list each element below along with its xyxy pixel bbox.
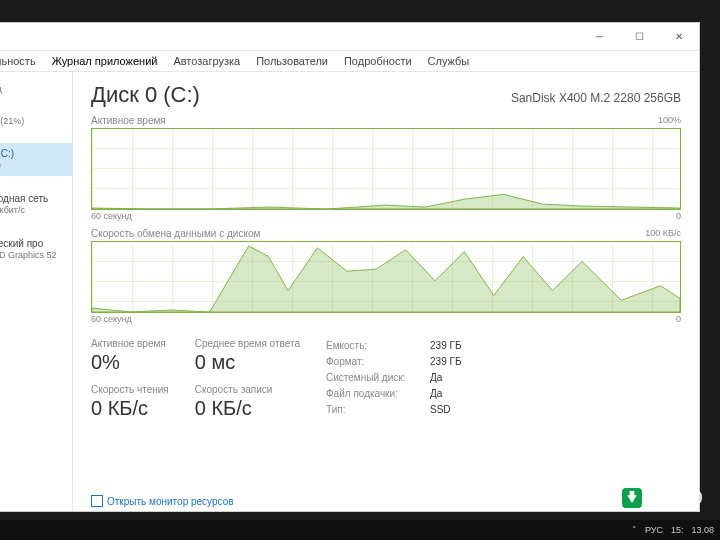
stat-write-label: Скорость записи [195, 384, 300, 395]
info-type: Тип: SSD [326, 402, 461, 418]
stat-read: Скорость чтения 0 КБ/с [91, 384, 169, 420]
stats-row: Активное время 0% Скорость чтения 0 КБ/с… [91, 338, 681, 420]
sidebar: ГГц ГБ (21%) 0 (C:) С:) оводная сеть : 0… [0, 72, 73, 511]
info-capacity: Емкость: 239 ГБ [326, 338, 461, 354]
stat-col-1: Активное время 0% Скорость чтения 0 КБ/с [91, 338, 169, 420]
maximize-button[interactable]: ☐ [619, 23, 659, 51]
transfer-rate-chart [91, 241, 681, 313]
info-system: Системный диск: Да [326, 370, 461, 386]
tray-time[interactable]: 15: [671, 525, 684, 535]
sidebar-item-gpu[interactable]: ический про ) HD Graphics 52 [0, 233, 72, 266]
stat-write-value: 0 КБ/с [195, 397, 300, 420]
open-resource-monitor-link[interactable]: Открыть монитор ресурсов [91, 489, 681, 507]
active-time-graph-box: Активное время 100% 60 секунд 0 [91, 114, 681, 221]
system-tray[interactable]: ˄ РУС 15: 13.08 [632, 525, 714, 535]
stat-read-value: 0 КБ/с [91, 397, 169, 420]
avito-watermark: Avito [622, 482, 704, 510]
stat-active-value: 0% [91, 351, 169, 374]
info-pagefile: Файл подкачки: Да [326, 386, 461, 402]
stat-active: Активное время 0% [91, 338, 169, 374]
sidebar-item-cpu[interactable]: ГГц [0, 80, 72, 100]
tray-chevron-icon[interactable]: ˄ [632, 525, 637, 535]
task-manager-window: ─ ☐ ✕ льность Журнал приложений Автозагр… [0, 22, 700, 512]
resource-monitor-label: Открыть монитор ресурсов [107, 496, 234, 507]
info-capacity-k: Емкость: [326, 338, 416, 354]
minimize-button[interactable]: ─ [579, 23, 619, 51]
info-pagefile-v: Да [430, 386, 442, 402]
graph2-xlabel: 60 секунд [91, 314, 132, 324]
info-system-k: Системный диск: [326, 370, 416, 386]
sidebar-net-sub: : 0 кбит/с [0, 205, 66, 217]
tab-startup[interactable]: Автозагрузка [165, 51, 248, 71]
info-formatted: Формат: 239 ГБ [326, 354, 461, 370]
info-formatted-v: 239 ГБ [430, 354, 461, 370]
taskbar[interactable]: ˄ РУС 15: 13.08 [0, 520, 720, 540]
graph2-max: 100 КБ/с [645, 228, 681, 241]
sidebar-gpu-title: ический про [0, 237, 66, 250]
stat-response-value: 0 мс [195, 351, 300, 374]
sidebar-mem-sub: ГБ (21%) [0, 116, 66, 128]
graph2-label: Скорость обмена данными с диском [91, 228, 260, 239]
info-system-v: Да [430, 370, 442, 386]
info-type-v: SSD [430, 402, 451, 418]
main-panel: Диск 0 (C:) SanDisk X400 M.2 2280 256GB … [73, 72, 699, 511]
tray-lang[interactable]: РУС [645, 525, 663, 535]
sidebar-cpu-sub: ГГц [0, 84, 66, 96]
info-pagefile-k: Файл подкачки: [326, 386, 416, 402]
info-formatted-k: Формат: [326, 354, 416, 370]
transfer-sparkline [92, 242, 680, 312]
close-button[interactable]: ✕ [659, 23, 699, 51]
stat-col-2: Среднее время ответа 0 мс Скорость запис… [195, 338, 300, 420]
info-table: Емкость: 239 ГБ Формат: 239 ГБ Системный… [326, 338, 461, 420]
tab-performance[interactable]: льность [0, 51, 44, 71]
stat-response-label: Среднее время ответа [195, 338, 300, 349]
content-area: ГГц ГБ (21%) 0 (C:) С:) оводная сеть : 0… [0, 72, 699, 511]
disk-model: SanDisk X400 M.2 2280 256GB [511, 91, 681, 105]
tab-strip: льность Журнал приложений Автозагрузка П… [0, 51, 699, 72]
sidebar-net-title: оводная сеть [0, 192, 66, 205]
active-time-chart [91, 128, 681, 210]
info-type-k: Тип: [326, 402, 416, 418]
avito-text: Avito [646, 482, 704, 509]
sidebar-item-network[interactable]: оводная сеть : 0 кбит/с [0, 188, 72, 221]
sidebar-item-disk[interactable]: 0 (C:) С:) [0, 143, 72, 176]
sidebar-item-memory[interactable]: ГБ (21%) [0, 112, 72, 132]
graph2-min: 0 [676, 314, 681, 324]
active-time-sparkline [92, 129, 680, 209]
graph1-xlabel: 60 секунд [91, 211, 132, 221]
graph1-max: 100% [658, 115, 681, 128]
sidebar-gpu-sub: ) HD Graphics 52 [0, 250, 66, 262]
tab-users[interactable]: Пользователи [248, 51, 336, 71]
disk-title: Диск 0 (C:) [91, 82, 200, 108]
stat-response: Среднее время ответа 0 мс [195, 338, 300, 374]
graph1-label: Активное время [91, 115, 166, 126]
graph1-min: 0 [676, 211, 681, 221]
transfer-graph-box: Скорость обмена данными с диском 100 КБ/… [91, 227, 681, 324]
stat-read-label: Скорость чтения [91, 384, 169, 395]
disk-header: Диск 0 (C:) SanDisk X400 M.2 2280 256GB [91, 82, 681, 108]
sidebar-disk-sub: С:) [0, 160, 66, 172]
tab-details[interactable]: Подробности [336, 51, 420, 71]
stat-active-label: Активное время [91, 338, 169, 349]
resource-monitor-icon [91, 495, 103, 507]
avito-icon [622, 488, 642, 508]
tray-date[interactable]: 13.08 [691, 525, 714, 535]
info-capacity-v: 239 ГБ [430, 338, 461, 354]
stat-write: Скорость записи 0 КБ/с [195, 384, 300, 420]
tab-app-history[interactable]: Журнал приложений [44, 51, 166, 71]
tab-services[interactable]: Службы [420, 51, 478, 71]
sidebar-disk-title: 0 (C:) [0, 147, 66, 160]
titlebar: ─ ☐ ✕ [0, 23, 699, 51]
